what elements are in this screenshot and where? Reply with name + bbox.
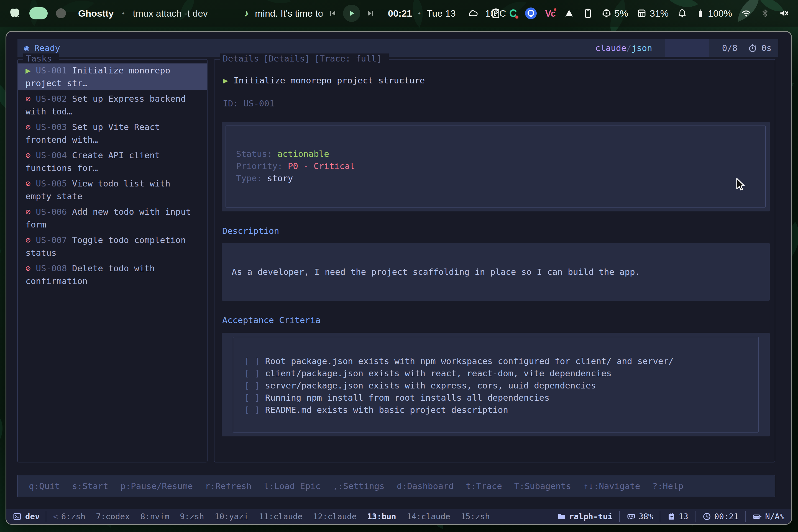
task-list-item[interactable]: ⊘US-008 Delete todo with confirmation: [18, 261, 207, 288]
cpu-status[interactable]: 5%: [601, 8, 628, 19]
task-status-icon: ⊘: [25, 177, 36, 190]
task-list-item[interactable]: ⊘US-002 Set up Express backend with tod…: [18, 92, 207, 118]
progress-bar: [665, 39, 709, 57]
acceptance-criteria-box: [ ] Root package.json exists with npm wo…: [222, 333, 770, 436]
type-value: story: [267, 173, 293, 183]
tmux-window[interactable]: 14:claude: [407, 512, 450, 521]
weather-cloud-icon: [468, 7, 479, 19]
vc-app-icon[interactable]: Vc: [545, 9, 555, 18]
task-status-icon: ⊘: [25, 262, 36, 274]
criteria-text: client/package.json exists with react, r…: [265, 368, 611, 378]
checkbox-empty[interactable]: [ ]: [244, 393, 260, 403]
active-app-name[interactable]: Ghostty: [78, 8, 114, 19]
selected-task-heading: ▶Initialize monorepo project structure: [223, 74, 775, 87]
tmux-window[interactable]: 15:zsh: [461, 512, 490, 521]
criteria-text: Root package.json exists with npm worksp…: [265, 356, 673, 366]
acceptance-criteria-item[interactable]: [ ] client/package.json exists with reac…: [244, 367, 758, 379]
tmux-ram-percent: 38%: [639, 512, 653, 521]
keybinding-hint[interactable]: r:Refresh: [205, 481, 252, 491]
details-panel: Details[Details][Trace: full] ▶Initializ…: [214, 59, 775, 462]
battery-status[interactable]: 100%: [696, 8, 732, 19]
keybinding-hint[interactable]: q:Quit: [29, 481, 60, 491]
previous-track-icon[interactable]: [329, 9, 337, 17]
keybinding-hint[interactable]: ?:Help: [652, 481, 683, 491]
weather-temperature[interactable]: 10°C: [485, 8, 506, 19]
task-list-item[interactable]: ▶US-001 Initialize monorepo project str…: [18, 63, 207, 90]
menubar-circle-indicator[interactable]: [56, 8, 66, 18]
mountain-app-icon[interactable]: [564, 8, 575, 18]
memory-percent: 31%: [650, 8, 669, 19]
tmux-window[interactable]: 6:zsh: [61, 512, 86, 521]
task-list-item[interactable]: ⊘US-005 View todo list with empty state: [18, 176, 207, 203]
task-status-icon: ⊘: [25, 92, 36, 105]
priority-value: P0 - Critical: [288, 161, 355, 171]
next-track-icon[interactable]: [366, 9, 375, 17]
task-list-item[interactable]: ⊘US-003 Set up Vite React frontend with…: [18, 120, 207, 147]
criteria-text: README.md exists with basic project desc…: [265, 405, 508, 415]
keybinding-bar: q:Quits:Startp:Pause/Resumer:Refreshl:Lo…: [17, 475, 775, 497]
task-id: US-004: [36, 150, 67, 160]
play-button[interactable]: [343, 5, 360, 22]
task-status-icon: ▶: [25, 64, 36, 77]
tmux-session[interactable]: dev: [6, 512, 46, 521]
tmux-window[interactable]: 11:claude: [259, 512, 303, 521]
memory-icon: [636, 8, 647, 19]
menubar-date[interactable]: Tue 13: [427, 8, 456, 19]
keybinding-hint[interactable]: p:Pause/Resume: [120, 481, 193, 491]
desktop: Ghostty • tmux attach -t dev ♪ mind. It'…: [0, 0, 798, 532]
keybinding-hint[interactable]: l:Load Epic: [264, 481, 321, 491]
tab-details[interactable]: [Details]: [264, 54, 310, 63]
acceptance-criteria-item[interactable]: [ ] README.md exists with basic project …: [244, 404, 758, 416]
priority-label: Priority:: [236, 161, 283, 171]
tmux-window[interactable]: 10:yazi: [214, 512, 248, 521]
type-field: Type: story: [236, 172, 765, 184]
checkbox-empty[interactable]: [ ]: [244, 368, 260, 378]
cpu-percent: 5%: [614, 8, 628, 19]
checkbox-empty[interactable]: [ ]: [244, 356, 260, 366]
tab-trace[interactable]: [Trace: full]: [315, 54, 382, 63]
tasks-panel: Tasks ▶US-001 Initialize monorepo projec…: [17, 59, 208, 462]
task-status-icon: ⊘: [25, 205, 36, 218]
checkbox-empty[interactable]: [ ]: [244, 380, 260, 391]
keybinding-hint[interactable]: ↑↓:Navigate: [583, 481, 640, 491]
tmux-window[interactable]: 12:claude: [313, 512, 357, 521]
tmux-window[interactable]: 7:codex: [96, 512, 130, 521]
acceptance-criteria-heading: Acceptance Criteria: [222, 315, 775, 325]
volume-muted-icon[interactable]: [778, 8, 790, 19]
acceptance-criteria-item[interactable]: [ ] Running npm install from root instal…: [244, 392, 758, 404]
keybinding-hint[interactable]: T:Subagents: [514, 481, 571, 491]
c-app-icon[interactable]: C: [509, 8, 517, 19]
bell-icon[interactable]: [677, 8, 687, 19]
task-id: US-003: [36, 122, 67, 132]
tmux-window[interactable]: 9:zsh: [180, 512, 204, 521]
task-id: US-006: [36, 207, 67, 217]
menubar-pill-indicator[interactable]: [30, 7, 48, 19]
keybinding-hint[interactable]: t:Trace: [466, 481, 502, 491]
memory-status[interactable]: 31%: [636, 8, 669, 19]
acceptance-criteria-item[interactable]: [ ] Root package.json exists with npm wo…: [244, 355, 758, 367]
task-list-item[interactable]: ⊘US-004 Create API client functions for…: [18, 148, 207, 175]
tmux-status-bar: dev < 6:zsh7:codex8:nvim9:zsh10:yazi11:c…: [6, 509, 791, 524]
checkbox-empty[interactable]: [ ]: [244, 405, 260, 415]
bluetooth-icon[interactable]: [760, 8, 770, 19]
task-status-icon: ⊘: [25, 233, 36, 246]
onepassword-icon[interactable]: [525, 7, 537, 19]
mouse-cursor: [736, 178, 748, 191]
tmux-overflow-indicator: <: [53, 512, 58, 521]
keybinding-hint[interactable]: ,:Settings: [333, 481, 385, 491]
tmux-window[interactable]: 8:nvim: [140, 512, 169, 521]
wifi-icon[interactable]: [740, 8, 752, 19]
acceptance-criteria-list: [ ] Root package.json exists with npm wo…: [244, 355, 758, 416]
clipboard-icon[interactable]: [583, 7, 593, 19]
now-playing-title[interactable]: mind. It's time to catch: [255, 8, 323, 19]
keybinding-hint[interactable]: d:Dashboard: [397, 481, 454, 491]
apple-menu-icon[interactable]: [8, 7, 21, 20]
tmux-window[interactable]: 13:bun: [367, 512, 396, 521]
music-note-icon: ♪: [244, 7, 249, 19]
task-list-item[interactable]: ⊘US-006 Add new todo with input form: [18, 205, 207, 231]
acceptance-criteria-item[interactable]: [ ] server/package.json exists with expr…: [244, 379, 758, 392]
clock-icon: [702, 512, 711, 521]
task-list-item[interactable]: ⊘US-007 Toggle todo completion status: [18, 233, 207, 260]
keybinding-hint[interactable]: s:Start: [72, 481, 108, 491]
menubar-clock[interactable]: 00:21: [388, 8, 412, 19]
